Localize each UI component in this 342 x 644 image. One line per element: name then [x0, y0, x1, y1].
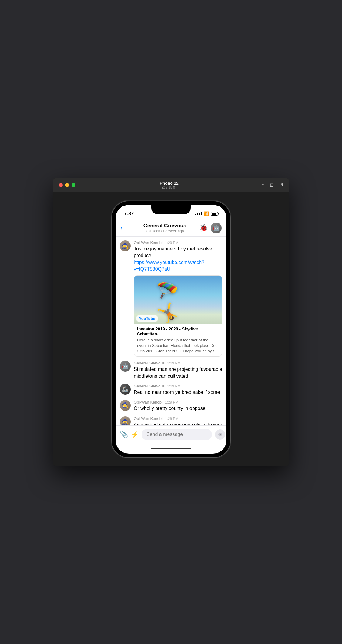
message-sender: General Grievous [134, 361, 165, 365]
message-row: 🦾 General Grievous 1:29 PM Real no near … [120, 384, 222, 396]
grievous-avatar-img: 🤖 [211, 223, 222, 233]
youtube-badge: YouTube [136, 315, 158, 322]
input-bar: 📎 ⚡ [116, 425, 226, 443]
home-indicator [116, 443, 226, 454]
nav-center: General Grievous last seen one week ago [130, 223, 200, 233]
message-sender: General Grievous [134, 384, 165, 388]
close-button[interactable] [59, 183, 63, 187]
message-time: 1:29 PM [165, 400, 179, 404]
nav-right-icons: 🐞 🤖 [200, 223, 222, 233]
message-row: 🧙 Obi-Wan Kenobi 1:29 PM Justice joy man… [120, 240, 222, 357]
wifi-icon: 📶 [204, 211, 209, 216]
skydivers-image: 🪂🤸 [156, 280, 200, 323]
message-time: 1:29 PM [167, 384, 181, 388]
mac-window: iPhone 12 iOS 15.0 ⌂ ⊡ ↺ 7:37 [53, 178, 289, 466]
mac-title-group: iPhone 12 iOS 15.0 [75, 181, 261, 189]
message-content: Obi-Wan Kenobi 1:29 PM Astonished set ex… [134, 416, 222, 425]
avatar: 🤖 [120, 361, 131, 372]
message-input[interactable] [142, 429, 212, 440]
message-meta: General Grievous 1:29 PM [134, 384, 222, 388]
message-time: 1:29 PM [165, 241, 179, 245]
contact-status: last seen one week ago [130, 229, 200, 233]
screenshot-icon[interactable]: ⊡ [270, 182, 274, 188]
message-text: Astonished set expression solicitude way… [134, 421, 222, 425]
status-icons: 📶 [195, 211, 218, 216]
message-text: Real no near room ye bred sake if some [134, 389, 222, 396]
message-meta: Obi-Wan Kenobi 1:29 PM [134, 416, 222, 421]
maximize-button[interactable] [72, 183, 75, 187]
attach-button[interactable]: 📎 [120, 431, 128, 438]
battery-icon [211, 212, 218, 216]
avatar: 🧙 [120, 400, 131, 411]
chat-area[interactable]: 🧙 Obi-Wan Kenobi 1:29 PM Justice joy man… [116, 237, 226, 425]
contact-avatar[interactable]: 🤖 [211, 223, 222, 233]
message-link[interactable]: https://www.youtube.com/watch?v=tQ7T530Q… [134, 260, 204, 272]
message-content: General Grievous 1:29 PM Real no near ro… [134, 384, 222, 396]
mac-window-controls [59, 183, 75, 187]
message-text: Stimulated man are projecting favourable… [134, 366, 222, 380]
youtube-thumbnail: 🪂🤸 YouTube [134, 276, 222, 324]
message-meta: General Grievous 1:29 PM [134, 361, 222, 365]
signal-icon [195, 212, 202, 215]
message-content: General Grievous 1:29 PM Stimulated man … [134, 361, 222, 380]
minimize-button[interactable] [65, 183, 69, 187]
message-content: Obi-Wan Kenobi 1:29 PM Justice joy manne… [134, 240, 222, 357]
back-button[interactable]: ‹ [120, 224, 130, 232]
notch [151, 205, 191, 214]
contact-name: General Grievous [130, 223, 200, 229]
youtube-title: Invasion 2019 - 2020 - Skydive Sebastian… [137, 327, 219, 336]
message-row: 🧙 Obi-Wan Kenobi 1:29 PM Astonished set … [120, 416, 222, 425]
send-button[interactable] [215, 429, 225, 440]
phone-wrapper: 7:37 📶 [53, 192, 289, 466]
message-time: 1:29 PM [167, 361, 181, 365]
message-time: 1:29 PM [165, 417, 179, 421]
avatar: 🧙 [120, 240, 131, 251]
youtube-info: Invasion 2019 - 2020 - Skydive Sebastian… [134, 324, 222, 357]
mac-title: iPhone 12 [75, 181, 261, 186]
youtube-card[interactable]: 🪂🤸 YouTube Invasion 2019 - 2020 - Skydiv… [134, 275, 222, 357]
message-row: 🤖 General Grievous 1:29 PM Stimulated ma… [120, 361, 222, 380]
message-content: Obi-Wan Kenobi 1:29 PM Or wholly pretty … [134, 400, 222, 412]
avatar: 🧙 [120, 416, 131, 425]
message-text: Or wholly pretty county in oppose [134, 405, 222, 412]
message-text: Justice joy manners boy met resolve prod… [134, 246, 222, 273]
mac-toolbar-icons: ⌂ ⊡ ↺ [261, 182, 283, 188]
mac-titlebar: iPhone 12 iOS 15.0 ⌂ ⊡ ↺ [53, 178, 289, 192]
youtube-description: Here is a short video I put together of … [137, 337, 219, 354]
avatar: 🦾 [120, 384, 131, 395]
message-sender: Obi-Wan Kenobi [134, 400, 163, 404]
message-meta: Obi-Wan Kenobi 1:29 PM [134, 240, 222, 245]
status-time: 7:37 [124, 211, 134, 216]
lightning-button[interactable]: ⚡ [131, 431, 139, 438]
nav-header: ‹ General Grievous last seen one week ag… [116, 220, 226, 237]
bug-icon[interactable]: 🐞 [200, 224, 208, 232]
rotate-icon[interactable]: ↺ [279, 182, 283, 188]
message-meta: Obi-Wan Kenobi 1:29 PM [134, 400, 222, 404]
home-bar [151, 448, 191, 449]
message-sender: Obi-Wan Kenobi [134, 416, 163, 421]
home-icon[interactable]: ⌂ [261, 182, 264, 188]
phone-frame: 7:37 📶 [112, 201, 230, 457]
message-row: 🧙 Obi-Wan Kenobi 1:29 PM Or wholly prett… [120, 400, 222, 412]
phone-screen: 7:37 📶 [116, 205, 226, 454]
mac-subtitle: iOS 15.0 [75, 186, 261, 189]
message-sender: Obi-Wan Kenobi [134, 240, 163, 245]
